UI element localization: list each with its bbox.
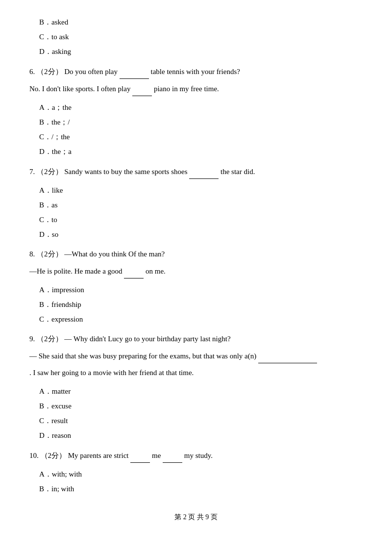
- option-9a: A．matter: [39, 384, 363, 399]
- blank-8-1: [124, 263, 144, 278]
- question-6-sub: No. I don't like sports. I often play pi…: [29, 81, 363, 96]
- option-7c: C．to: [39, 212, 363, 227]
- option-8a: A．impression: [39, 282, 363, 297]
- option-7d: D．so: [39, 227, 363, 242]
- question-10: 10. （2分） My parents are strict me my stu…: [29, 448, 363, 463]
- option-7a: A．like: [39, 183, 363, 198]
- option-9b: B．excuse: [39, 399, 363, 413]
- option-9d: D．reason: [39, 428, 363, 443]
- option-d-asking: D．asking: [39, 44, 363, 59]
- question-7: 7. （2分） Sandy wants to buy the same spor…: [29, 164, 363, 179]
- blank-6-1: [120, 64, 149, 79]
- exam-content: B．asked C．to ask D．asking 6. （2分） Do you…: [29, 15, 363, 496]
- option-9c: C．result: [39, 413, 363, 428]
- question-8: 8. （2分） —What do you think Of the man? —…: [29, 247, 363, 278]
- option-6b: B．the；/: [39, 115, 363, 129]
- question-9-sub1: — She said that she was busy preparing f…: [29, 348, 363, 363]
- option-10a: A．with; with: [39, 467, 363, 481]
- question-9-text: 9. （2分） — Why didn't Lucy go to your bir…: [29, 331, 363, 346]
- blank-10-2: [163, 448, 182, 463]
- option-7b: B．as: [39, 198, 363, 212]
- option-c-toask: C．to ask: [39, 29, 363, 44]
- blank-6-2: [132, 81, 152, 96]
- option-6d: D．the；a: [39, 144, 363, 159]
- question-9: 9. （2分） — Why didn't Lucy go to your bir…: [29, 331, 363, 380]
- question-6-text: 6. （2分） Do you often play table tennis w…: [29, 64, 363, 79]
- blank-10-1: [130, 448, 150, 463]
- question-9-sub2: . I saw her going to a movie with her fr…: [29, 365, 363, 380]
- option-b-asked: B．asked: [39, 15, 363, 29]
- blank-7-1: [189, 164, 219, 179]
- option-10b: B．in; with: [39, 481, 363, 496]
- option-6a: A．a；the: [39, 100, 363, 115]
- question-7-text: 7. （2分） Sandy wants to buy the same spor…: [29, 164, 363, 179]
- question-8-text: 8. （2分） —What do you think Of the man?: [29, 247, 363, 261]
- option-8b: B．friendship: [39, 297, 363, 312]
- question-10-text: 10. （2分） My parents are strict me my stu…: [29, 448, 363, 463]
- blank-9-1: [258, 348, 317, 363]
- question-6: 6. （2分） Do you often play table tennis w…: [29, 64, 363, 96]
- question-8-sub: —He is polite. He made a good on me.: [29, 263, 363, 278]
- option-8c: C．expression: [39, 312, 363, 327]
- page-footer: 第 2 页 共 9 页: [29, 511, 363, 523]
- option-6c: C．/；the: [39, 129, 363, 144]
